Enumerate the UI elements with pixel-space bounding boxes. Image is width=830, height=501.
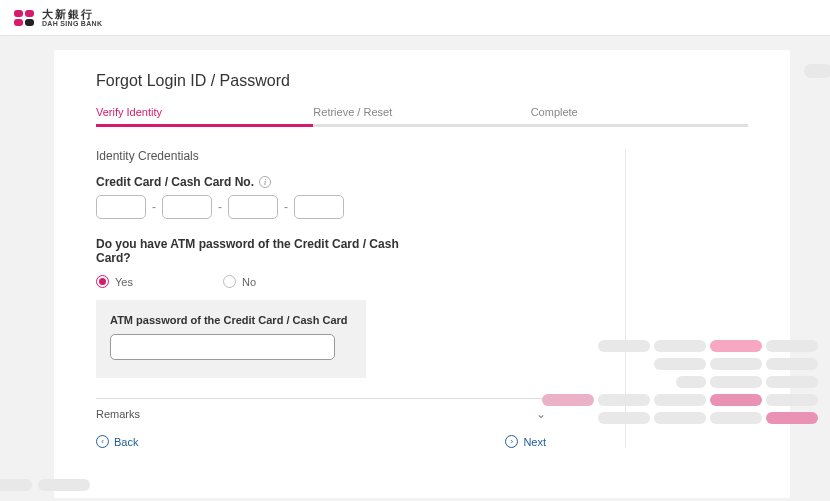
decor-pill bbox=[710, 340, 762, 352]
atm-password-question: Do you have ATM password of the Credit C… bbox=[96, 237, 406, 265]
back-button[interactable]: ‹ Back bbox=[96, 435, 138, 448]
tab-verify-identity[interactable]: Verify Identity bbox=[96, 106, 313, 127]
atm-password-input[interactable] bbox=[110, 334, 335, 360]
decor-pill bbox=[598, 394, 650, 406]
card-number-inputs: - - - bbox=[96, 195, 546, 219]
decor-pill bbox=[542, 394, 594, 406]
remarks-label: Remarks bbox=[96, 408, 140, 420]
radio-yes[interactable]: Yes bbox=[96, 275, 133, 288]
page-title: Forgot Login ID / Password bbox=[96, 72, 748, 90]
decor-pill bbox=[710, 358, 762, 370]
svg-rect-0 bbox=[14, 10, 23, 17]
svg-rect-3 bbox=[25, 19, 34, 26]
tab-retrieve-reset[interactable]: Retrieve / Reset bbox=[313, 106, 530, 127]
next-button[interactable]: › Next bbox=[505, 435, 546, 448]
decor-pill bbox=[710, 412, 762, 424]
card-number-label: Credit Card / Cash Card No. i bbox=[96, 175, 546, 189]
radio-icon bbox=[223, 275, 236, 288]
decor-pill bbox=[766, 376, 818, 388]
arrow-left-icon: ‹ bbox=[96, 435, 109, 448]
decor-pill bbox=[598, 340, 650, 352]
nav-row: ‹ Back › Next bbox=[96, 435, 546, 448]
brand-logo: 大新銀行 DAH SING BANK bbox=[14, 8, 102, 28]
decor-pill bbox=[654, 412, 706, 424]
decor-pill bbox=[766, 358, 818, 370]
remarks-toggle[interactable]: Remarks ⌄ bbox=[96, 398, 546, 421]
info-icon[interactable]: i bbox=[259, 176, 271, 188]
decor-pill bbox=[804, 64, 830, 78]
decor-pill bbox=[654, 394, 706, 406]
radio-no[interactable]: No bbox=[223, 275, 256, 288]
decor-pill bbox=[38, 479, 90, 491]
card-seg-1[interactable] bbox=[96, 195, 146, 219]
atm-password-label: ATM password of the Credit Card / Cash C… bbox=[110, 314, 352, 326]
arrow-right-icon: › bbox=[505, 435, 518, 448]
card-seg-4[interactable] bbox=[294, 195, 344, 219]
decor-pill bbox=[766, 394, 818, 406]
decor-pill bbox=[766, 340, 818, 352]
brand-name-cn: 大新銀行 bbox=[42, 9, 102, 20]
tab-complete[interactable]: Complete bbox=[531, 106, 748, 127]
atm-password-radios: Yes No bbox=[96, 275, 546, 288]
card-seg-2[interactable] bbox=[162, 195, 212, 219]
decor-pill bbox=[676, 376, 706, 388]
brand-name-en: DAH SING BANK bbox=[42, 20, 102, 27]
atm-password-box: ATM password of the Credit Card / Cash C… bbox=[96, 300, 366, 378]
svg-rect-2 bbox=[14, 19, 23, 26]
decor-pill bbox=[766, 412, 818, 424]
decor-pill bbox=[710, 376, 762, 388]
decor-pill bbox=[710, 394, 762, 406]
chevron-down-icon: ⌄ bbox=[536, 407, 546, 421]
content-card: Forgot Login ID / Password Verify Identi… bbox=[54, 50, 790, 498]
decor-pill bbox=[654, 358, 706, 370]
radio-icon bbox=[96, 275, 109, 288]
top-bar: 大新銀行 DAH SING BANK bbox=[0, 0, 830, 36]
decor-pill bbox=[598, 412, 650, 424]
step-tabs: Verify Identity Retrieve / Reset Complet… bbox=[96, 106, 748, 127]
decor-pill bbox=[654, 340, 706, 352]
decor-pill bbox=[0, 479, 32, 491]
card-seg-3[interactable] bbox=[228, 195, 278, 219]
svg-rect-1 bbox=[25, 10, 34, 17]
section-heading: Identity Credentials bbox=[96, 149, 546, 163]
brand-icon bbox=[14, 8, 36, 28]
